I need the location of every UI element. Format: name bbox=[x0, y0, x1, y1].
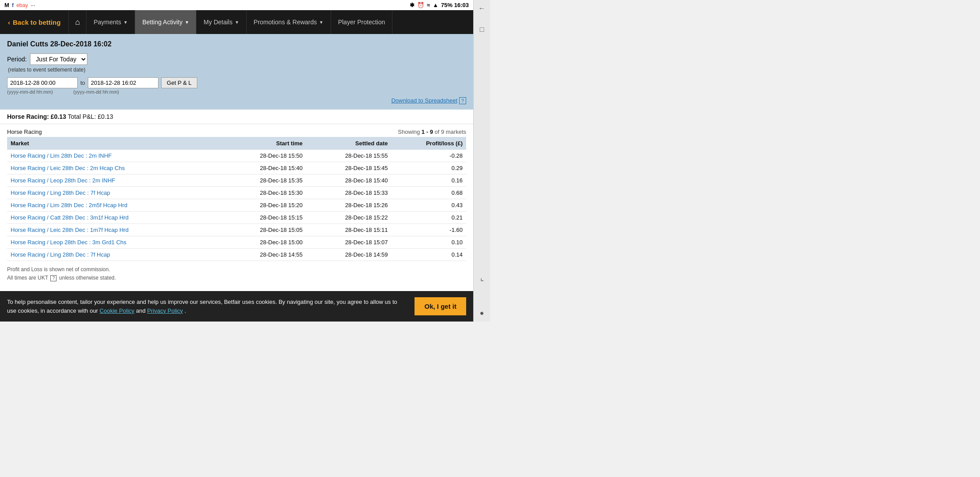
privacy-policy-link[interactable]: Privacy Policy bbox=[147, 307, 183, 314]
table-row: Horse Racing / Leic 28th Dec : 2m Hcap C… bbox=[7, 162, 466, 174]
cell-start-time: 28-Dec-18 15:20 bbox=[221, 199, 306, 212]
period-note: (relates to event settlement date) bbox=[8, 67, 466, 73]
wifi-icon: ≈ bbox=[427, 2, 430, 8]
period-label: Period: bbox=[7, 56, 26, 63]
cell-settled-date: 28-Dec-18 15:33 bbox=[306, 187, 392, 199]
section-title: Horse Racing bbox=[7, 129, 42, 135]
table-header-row: Horse Racing Showing 1 - 9 of 9 markets bbox=[7, 124, 466, 137]
cell-settled-date: 28-Dec-18 14:59 bbox=[306, 249, 392, 261]
sidebar-back-icon[interactable]: ← bbox=[479, 4, 486, 12]
date-from-input[interactable] bbox=[7, 77, 78, 88]
footnote: Profit and Loss is shown net of commissi… bbox=[7, 261, 466, 284]
cell-settled-date: 28-Dec-18 15:22 bbox=[306, 212, 392, 224]
ebay-icon: ebay bbox=[16, 2, 28, 8]
col-settled-date: Settled date bbox=[306, 137, 392, 150]
nav-payments[interactable]: Payments ▼ bbox=[87, 10, 135, 34]
cell-market[interactable]: Horse Racing / Leop 28th Dec : 2m INHF bbox=[7, 174, 221, 187]
download-help-icon[interactable]: ? bbox=[459, 97, 466, 104]
cell-start-time: 28-Dec-18 15:15 bbox=[221, 212, 306, 224]
cell-profit-loss: 0.16 bbox=[392, 174, 466, 187]
period-row: Period: Just For Today Yesterday Last We… bbox=[7, 53, 466, 65]
navbar: ‹ Back to betting ⌂ Payments ▼ Betting A… bbox=[0, 10, 473, 34]
status-left: M f ebay ··· bbox=[4, 2, 35, 8]
chevron-down-icon: ▼ bbox=[123, 20, 128, 25]
cell-start-time: 28-Dec-18 15:30 bbox=[221, 187, 306, 199]
showing-text: Showing 1 - 9 of 9 markets bbox=[398, 129, 466, 135]
cell-profit-loss: 0.14 bbox=[392, 249, 466, 261]
cell-settled-date: 28-Dec-18 15:40 bbox=[306, 174, 392, 187]
back-to-betting-button[interactable]: ‹ Back to betting bbox=[0, 10, 69, 34]
col-start-time: Start time bbox=[221, 137, 306, 150]
chevron-down-icon: ▼ bbox=[185, 20, 189, 25]
table-row: Horse Racing / Catt 28th Dec : 3m1f Hcap… bbox=[7, 212, 466, 224]
summary-bar: Horse Racing: £0.13 Total P&L: £0.13 bbox=[0, 110, 473, 124]
date-to-input[interactable] bbox=[88, 77, 158, 88]
cookie-banner: To help personalise content, tailor your… bbox=[0, 291, 473, 322]
sidebar-corner-icon: ⌞ bbox=[480, 273, 484, 283]
cell-profit-loss: 0.29 bbox=[392, 162, 466, 174]
chevron-down-icon: ▼ bbox=[235, 20, 239, 25]
cell-profit-loss: 0.43 bbox=[392, 199, 466, 212]
table-row: Horse Racing / Leop 28th Dec : 3m Grd1 C… bbox=[7, 236, 466, 249]
cell-profit-loss: -0.28 bbox=[392, 150, 466, 162]
cell-profit-loss: 0.68 bbox=[392, 187, 466, 199]
table-header: Market Start time Settled date Profit/lo… bbox=[7, 137, 466, 150]
cell-settled-date: 28-Dec-18 15:45 bbox=[306, 162, 392, 174]
cell-market[interactable]: Horse Racing / Leic 28th Dec : 2m Hcap C… bbox=[7, 162, 221, 174]
table-row: Horse Racing / Ling 28th Dec : 7f Hcap 2… bbox=[7, 249, 466, 261]
cell-market[interactable]: Horse Racing / Ling 28th Dec : 7f Hcap bbox=[7, 249, 221, 261]
status-right: ✱ ⏰ ≈ ▲ 75% 16:03 bbox=[410, 2, 469, 8]
download-spreadsheet-link[interactable]: Download to Spreadsheet bbox=[391, 97, 457, 104]
nav-betting-activity[interactable]: Betting Activity ▼ bbox=[135, 10, 196, 34]
battery-text: 75% 16:03 bbox=[441, 2, 469, 8]
cookie-accept-button[interactable]: Ok, I get it bbox=[415, 297, 466, 315]
table-row: Horse Racing / Leop 28th Dec : 2m INHF 2… bbox=[7, 174, 466, 187]
cell-settled-date: 28-Dec-18 15:55 bbox=[306, 150, 392, 162]
home-icon: ⌂ bbox=[75, 18, 80, 27]
cell-market[interactable]: Horse Racing / Leic 28th Dec : 1m7f Hcap… bbox=[7, 224, 221, 236]
cell-market[interactable]: Horse Racing / Lim 28th Dec : 2m5f Hcap … bbox=[7, 199, 221, 212]
cell-start-time: 28-Dec-18 15:40 bbox=[221, 162, 306, 174]
cell-start-time: 28-Dec-18 15:35 bbox=[221, 174, 306, 187]
signal-icon: ▲ bbox=[433, 2, 438, 8]
date-from-format: (yyyy-mm-dd hh:mm) bbox=[7, 89, 53, 95]
cell-settled-date: 28-Dec-18 15:07 bbox=[306, 236, 392, 249]
page-title: Daniel Cutts 28-Dec-2018 16:02 bbox=[7, 40, 466, 48]
nav-promotions-rewards[interactable]: Promotions & Rewards ▼ bbox=[247, 10, 331, 34]
sidebar: ← □ ⌞ ● bbox=[473, 0, 490, 322]
cell-start-time: 28-Dec-18 15:50 bbox=[221, 150, 306, 162]
cell-profit-loss: 0.10 bbox=[392, 236, 466, 249]
cell-market[interactable]: Horse Racing / Lim 28th Dec : 2m INHF bbox=[7, 150, 221, 162]
table-section: Horse Racing Showing 1 - 9 of 9 markets … bbox=[0, 124, 473, 291]
nav-player-protection[interactable]: Player Protection bbox=[331, 10, 393, 34]
period-select[interactable]: Just For Today Yesterday Last Week Last … bbox=[30, 53, 87, 65]
cell-market[interactable]: Horse Racing / Catt 28th Dec : 3m1f Hcap… bbox=[7, 212, 221, 224]
cell-market[interactable]: Horse Racing / Ling 28th Dec : 7f Hcap bbox=[7, 187, 221, 199]
col-profit-loss: Profit/loss (£) bbox=[392, 137, 466, 150]
sidebar-dot-icon: ● bbox=[480, 309, 484, 317]
total-pnl: Total P&L: £0.13 bbox=[68, 113, 113, 120]
cell-settled-date: 28-Dec-18 15:26 bbox=[306, 199, 392, 212]
header-section: Daniel Cutts 28-Dec-2018 16:02 Period: J… bbox=[0, 34, 473, 110]
facebook-icon: f bbox=[12, 2, 14, 8]
cell-market[interactable]: Horse Racing / Leop 28th Dec : 3m Grd1 C… bbox=[7, 236, 221, 249]
chevron-down-icon: ▼ bbox=[319, 20, 324, 25]
get-pl-button[interactable]: Get P & L bbox=[161, 77, 197, 88]
cell-start-time: 28-Dec-18 14:55 bbox=[221, 249, 306, 261]
cookie-policy-link[interactable]: Cookie Policy bbox=[100, 307, 135, 314]
footnote-help-icon[interactable]: ? bbox=[50, 275, 57, 281]
chevron-left-icon: ‹ bbox=[8, 19, 10, 26]
cell-start-time: 28-Dec-18 15:00 bbox=[221, 236, 306, 249]
col-market: Market bbox=[7, 137, 221, 150]
home-button[interactable]: ⌂ bbox=[69, 10, 87, 34]
betting-activity-table: Market Start time Settled date Profit/lo… bbox=[7, 137, 466, 261]
sidebar-tab-icon[interactable]: □ bbox=[480, 26, 484, 34]
cell-settled-date: 28-Dec-18 15:11 bbox=[306, 224, 392, 236]
cell-profit-loss: 0.21 bbox=[392, 212, 466, 224]
showing-range: 1 - 9 bbox=[422, 129, 433, 135]
bluetooth-icon: ✱ bbox=[410, 2, 415, 8]
date-to-label: to bbox=[80, 80, 85, 86]
more-icon: ··· bbox=[30, 2, 35, 8]
nav-my-details[interactable]: My Details ▼ bbox=[196, 10, 246, 34]
cookie-text: To help personalise content, tailor your… bbox=[7, 298, 406, 315]
